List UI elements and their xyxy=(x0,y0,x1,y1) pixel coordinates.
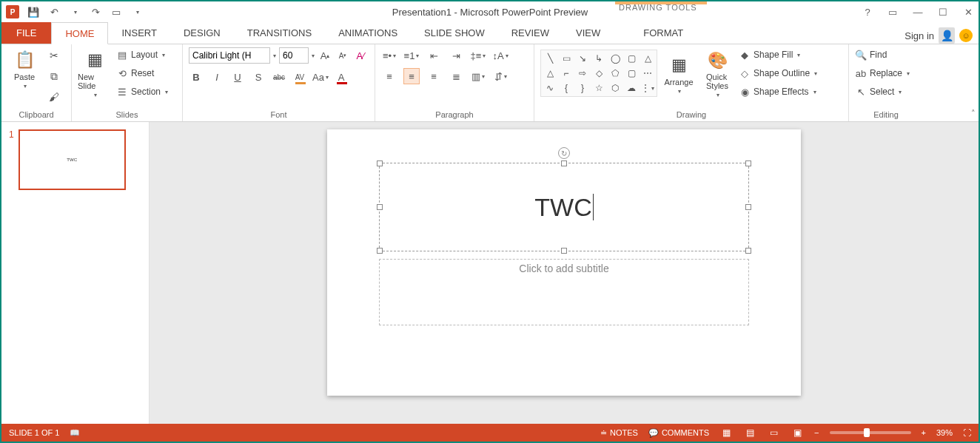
tab-format[interactable]: FORMAT xyxy=(630,21,697,44)
resize-handle-s[interactable] xyxy=(561,248,567,254)
font-name-combo[interactable]: Calibri Light (H xyxy=(189,47,270,64)
comments-button[interactable]: 💬 COMMENTS xyxy=(648,428,709,438)
collapse-ribbon-icon[interactable]: ˄ xyxy=(971,109,976,118)
subtitle-placeholder[interactable]: Click to add subtitle xyxy=(379,259,749,325)
ribbon-display-icon[interactable]: ▭ xyxy=(885,4,900,19)
text-direction-button[interactable]: ↕A xyxy=(492,47,509,64)
resize-handle-e[interactable] xyxy=(745,204,751,210)
shape-gallery-more[interactable]: ⋮ xyxy=(640,81,655,95)
char-spacing-button[interactable]: AV xyxy=(292,70,307,84)
decrease-indent-button[interactable]: ⇤ xyxy=(426,47,442,64)
slide[interactable]: ↻ TWC Click to add subtitle xyxy=(327,129,801,396)
title-text[interactable]: TWC xyxy=(534,193,591,222)
shape-connector-icon[interactable]: ↳ xyxy=(591,52,606,65)
fit-to-window-icon[interactable]: ⛶ xyxy=(963,428,971,437)
resize-handle-nw[interactable] xyxy=(377,160,383,166)
paste-button[interactable]: 📋 Paste xyxy=(7,47,41,89)
align-left-button[interactable]: ≡ xyxy=(381,68,397,84)
underline-button[interactable]: U xyxy=(230,70,245,84)
italic-button[interactable]: I xyxy=(209,70,224,84)
shape-brace-icon[interactable]: { xyxy=(559,81,574,95)
resize-handle-n[interactable] xyxy=(561,160,567,166)
thumbnail-item[interactable]: 1 TWC xyxy=(9,129,141,190)
zoom-level[interactable]: 39% xyxy=(936,428,953,437)
start-from-beginning-icon[interactable]: ▭ xyxy=(110,5,123,18)
zoom-out-button[interactable]: − xyxy=(814,428,819,437)
shape-arrow-icon[interactable]: ↘ xyxy=(575,52,590,65)
numbering-button[interactable]: ≡1 xyxy=(403,47,420,64)
tab-transitions[interactable]: TRANSITIONS xyxy=(234,21,325,44)
copy-icon[interactable]: ⧉ xyxy=(46,68,62,84)
shape-l-icon[interactable]: ⌐ xyxy=(559,67,574,80)
minimize-icon[interactable]: — xyxy=(910,4,925,19)
justify-button[interactable]: ≣ xyxy=(448,68,464,84)
resize-handle-sw[interactable] xyxy=(377,248,383,254)
shape-line-icon[interactable]: ╲ xyxy=(543,52,557,65)
reading-view-icon[interactable]: ▭ xyxy=(767,427,780,438)
reset-button[interactable]: ⟲Reset xyxy=(116,66,168,81)
rotate-handle-icon[interactable]: ↻ xyxy=(558,147,570,159)
select-button[interactable]: ↖Select xyxy=(855,84,917,99)
align-text-button[interactable]: ⇵ xyxy=(492,68,509,84)
quick-styles-button[interactable]: 🎨 QuickStyles xyxy=(700,48,734,98)
shape-more2-icon[interactable]: ⋯ xyxy=(640,67,655,80)
increase-font-icon[interactable]: A▴ xyxy=(318,48,332,63)
increase-indent-button[interactable]: ⇥ xyxy=(448,47,464,64)
redo-icon[interactable]: ↷ xyxy=(89,5,102,18)
save-icon[interactable]: 💾 xyxy=(27,5,40,18)
shape-square-icon[interactable]: ▢ xyxy=(624,52,639,65)
clear-formatting-icon[interactable]: A⁄ xyxy=(353,48,368,63)
replace-button[interactable]: abReplace xyxy=(855,66,917,81)
decrease-font-icon[interactable]: A▾ xyxy=(335,48,350,63)
tab-slideshow[interactable]: SLIDE SHOW xyxy=(411,21,498,44)
bold-button[interactable]: B xyxy=(189,70,204,84)
sign-in[interactable]: Sign in 👤 ☺ xyxy=(905,27,979,44)
shape-effects-button[interactable]: ◉Shape Effects xyxy=(739,84,817,99)
shape-gallery[interactable]: ╲ ▭ ↘ ↳ ◯ ▢ △ △ ⌐ ⇨ ◇ ⬠ ▢ ⋯ ∿ { } ☆ ⬡ ☁ xyxy=(540,50,657,97)
maximize-icon[interactable]: ☐ xyxy=(936,4,950,19)
tab-design[interactable]: DESIGN xyxy=(170,21,234,44)
columns-button[interactable]: ▥ xyxy=(470,68,486,84)
align-center-button[interactable]: ≡ xyxy=(403,68,420,84)
arrange-button[interactable]: ▦ Arrange xyxy=(662,53,696,95)
zoom-in-button[interactable]: + xyxy=(922,428,926,437)
shape-cloud-icon[interactable]: ☁ xyxy=(624,81,639,95)
tab-view[interactable]: VIEW xyxy=(563,21,614,44)
sorter-view-icon[interactable]: ▤ xyxy=(743,427,756,438)
shape-diamond-icon[interactable]: ◇ xyxy=(591,67,606,80)
thumbnail-pane[interactable]: 1 TWC xyxy=(1,122,150,424)
resize-handle-se[interactable] xyxy=(745,248,751,254)
title-placeholder[interactable]: ↻ TWC xyxy=(379,163,749,251)
shape-outline-button[interactable]: ◇Shape Outline xyxy=(739,66,817,81)
zoom-slider[interactable] xyxy=(830,431,911,434)
tab-review[interactable]: REVIEW xyxy=(498,21,563,44)
thumbnail-preview[interactable]: TWC xyxy=(19,129,126,190)
font-color-button[interactable]: A xyxy=(334,70,349,84)
shape-brace2-icon[interactable]: } xyxy=(575,81,590,95)
shape-tri-icon[interactable]: △ xyxy=(543,67,557,80)
text-shadow-button[interactable]: S xyxy=(251,70,266,84)
shape-oval-icon[interactable]: ◯ xyxy=(608,52,622,65)
font-size-combo[interactable]: 60 xyxy=(279,47,309,64)
shape-rect-icon[interactable]: ▭ xyxy=(559,52,574,65)
resize-handle-ne[interactable] xyxy=(745,160,751,166)
tab-insert[interactable]: INSERT xyxy=(108,21,170,44)
cut-icon[interactable]: ✂ xyxy=(46,47,62,64)
undo-icon[interactable]: ↶ xyxy=(47,5,61,18)
tab-home[interactable]: HOME xyxy=(51,22,108,44)
slideshow-view-icon[interactable]: ▣ xyxy=(791,427,804,438)
bullets-button[interactable]: ≡• xyxy=(381,47,397,64)
shape-callout-icon[interactable]: ⬠ xyxy=(608,67,622,80)
normal-view-icon[interactable]: ▦ xyxy=(719,427,733,438)
shape-fill-button[interactable]: ◆Shape Fill xyxy=(739,47,817,62)
qat-customize-dropdown[interactable] xyxy=(130,5,144,18)
section-button[interactable]: ☰Section xyxy=(116,84,168,99)
shape-star-icon[interactable]: ☆ xyxy=(591,81,606,95)
change-case-button[interactable]: Aa xyxy=(313,70,328,84)
strikethrough-button[interactable]: abc xyxy=(272,70,286,84)
notes-button[interactable]: ≐ NOTES xyxy=(600,428,638,438)
slide-counter[interactable]: SLIDE 1 OF 1 xyxy=(9,428,59,437)
shape-more1-icon[interactable]: △ xyxy=(640,52,655,65)
shape-roundrect-icon[interactable]: ▢ xyxy=(624,67,639,80)
align-right-button[interactable]: ≡ xyxy=(426,68,442,84)
